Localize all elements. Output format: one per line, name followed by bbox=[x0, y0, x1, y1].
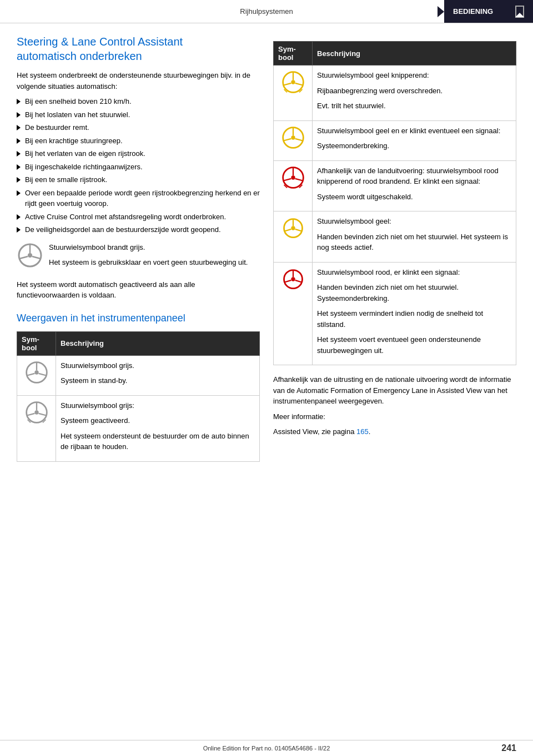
svg-line-3 bbox=[19, 256, 28, 259]
col-header-description: Beschrijving bbox=[56, 331, 260, 355]
bullet-arrow-icon bbox=[17, 177, 21, 183]
svg-point-37 bbox=[291, 226, 295, 230]
steering-gray-standby-icon bbox=[24, 360, 49, 385]
right-symbol-table: Sym-bool Beschrijving bbox=[273, 41, 516, 365]
table-header-row: Sym-bool Beschrijving bbox=[274, 42, 516, 65]
svg-point-25 bbox=[291, 135, 295, 139]
symbol-cell bbox=[274, 65, 313, 121]
symbol-cell bbox=[274, 211, 313, 263]
intro-text: Het systeem onderbreekt de ondersteunend… bbox=[17, 70, 260, 92]
list-item: De veiligheidsgordel aan de bestuurdersz… bbox=[17, 224, 260, 235]
svg-point-42 bbox=[291, 277, 295, 281]
svg-line-13 bbox=[27, 414, 34, 416]
bullet-arrow-icon bbox=[17, 125, 21, 130]
bullet-arrow-icon bbox=[17, 99, 21, 104]
list-item: Bij een snelheid boven 210 km/h. bbox=[17, 96, 260, 107]
description-cell: Stuurwielsymbool grijs. Systeem in stand… bbox=[56, 355, 260, 395]
svg-line-32 bbox=[283, 178, 291, 180]
steering-red-hands-icon bbox=[281, 267, 305, 291]
bullet-arrow-icon bbox=[17, 227, 21, 233]
list-item: Active Cruise Control met afstandsregeli… bbox=[17, 211, 260, 223]
page-title: Steering & Lane Control Assistant automa… bbox=[17, 34, 260, 63]
steering-gray-active-icon bbox=[24, 400, 49, 425]
description-cell: Stuurwielsymbool geel knipperend: Rijbaa… bbox=[313, 65, 516, 121]
svg-line-14 bbox=[38, 414, 46, 416]
svg-point-30 bbox=[291, 175, 295, 179]
svg-point-11 bbox=[34, 410, 38, 414]
page-number: 241 bbox=[501, 743, 516, 753]
table-row: Afhankelijk van de landuitvoering: stuur… bbox=[274, 160, 516, 211]
symbol-cell bbox=[17, 355, 56, 395]
description-cell: Afhankelijk van de landuitvoering: stuur… bbox=[313, 160, 516, 211]
header-arrow bbox=[438, 6, 444, 17]
description-cell: Stuurwielsymbool rood, er klinkt een sig… bbox=[313, 262, 516, 365]
page-footer: Online Edition for Part no. 01405A54686 … bbox=[0, 740, 533, 756]
svg-line-27 bbox=[283, 138, 291, 140]
col-header-symbol: Sym-bool bbox=[274, 42, 313, 65]
table-row: Stuurwielsymbool rood, er klinkt een sig… bbox=[274, 262, 516, 365]
table-header-row: Sym-bool Beschrijving bbox=[17, 331, 260, 355]
outro-paragraph-1: Afhankelijk van de uitrusting en de nati… bbox=[273, 374, 516, 407]
page-header: Rijhulpsystemen BEDIENING bbox=[0, 0, 533, 23]
steering-yellow-signal-icon bbox=[281, 125, 305, 150]
svg-line-33 bbox=[295, 178, 303, 180]
list-item: Bij een te smalle rijstrook. bbox=[17, 174, 260, 185]
outro-paragraph-3: Assisted View, zie pagina 165. bbox=[273, 426, 516, 437]
note-block-gray: Stuurwielsymbool brandt grijs. Het syste… bbox=[17, 242, 260, 273]
svg-point-6 bbox=[34, 370, 38, 374]
svg-point-1 bbox=[28, 253, 32, 258]
steering-yellow-blink-icon bbox=[281, 70, 305, 94]
description-cell: Stuurwielsymbool grijs: Systeem geactive… bbox=[56, 395, 260, 461]
main-content: Steering & Lane Control Assistant automa… bbox=[0, 23, 533, 473]
symbol-cell bbox=[274, 160, 313, 211]
subtitle-weergaven: Weergaven in het instrumentenpaneel bbox=[17, 312, 260, 325]
bullet-arrow-icon bbox=[17, 112, 21, 118]
table-row: Stuurwielsymbool geel en er klinkt event… bbox=[274, 120, 516, 160]
bullet-arrow-icon bbox=[17, 138, 21, 144]
bookmark-icon bbox=[515, 6, 524, 18]
list-item: Bij ingeschakelde richtingaanwijzers. bbox=[17, 162, 260, 173]
right-column: Sym-bool Beschrijving bbox=[273, 34, 516, 462]
col-header-description: Beschrijving bbox=[313, 42, 516, 65]
list-item: Over een bepaalde periode wordt geen rij… bbox=[17, 188, 260, 209]
svg-line-4 bbox=[32, 256, 41, 259]
svg-line-44 bbox=[284, 280, 291, 282]
conditions-list: Bij een snelheid boven 210 km/h. Bij het… bbox=[17, 96, 260, 235]
bullet-arrow-icon bbox=[17, 151, 21, 157]
steering-yellow-hands-icon bbox=[281, 216, 305, 240]
svg-line-45 bbox=[295, 280, 301, 282]
table-row: Stuurwielsymbool geel knipperend: Rijbaa… bbox=[274, 65, 516, 121]
outro-text: Het systeem wordt automatisch geactiveer… bbox=[17, 279, 260, 301]
symbol-cell bbox=[17, 395, 56, 461]
svg-line-40 bbox=[295, 229, 301, 231]
description-cell: Stuurwielsymbool geel: Handen bevinden z… bbox=[313, 211, 516, 263]
svg-line-8 bbox=[27, 374, 34, 376]
table-row: Stuurwielsymbool grijs. Systeem in stand… bbox=[17, 355, 260, 395]
steering-gray-icon bbox=[17, 242, 43, 269]
bullet-arrow-icon bbox=[17, 190, 21, 196]
outro-paragraph-2: Meer informatie: bbox=[273, 411, 516, 422]
header-section-label: Rijhulpsystemen bbox=[89, 7, 444, 16]
list-item: Bij een krachtige stuuringreep. bbox=[17, 135, 260, 147]
svg-point-18 bbox=[291, 80, 295, 84]
note-text-gray: Stuurwielsymbool brandt grijs. Het syste… bbox=[49, 242, 248, 273]
svg-line-20 bbox=[283, 83, 291, 85]
svg-line-39 bbox=[284, 229, 291, 231]
svg-line-21 bbox=[295, 83, 303, 85]
left-column: Steering & Lane Control Assistant automa… bbox=[17, 34, 260, 462]
table-row: Stuurwielsymbool geel: Handen bevinden z… bbox=[274, 211, 516, 263]
svg-line-28 bbox=[295, 138, 303, 140]
footer-label: Online Edition for Part no. 01405A54686 … bbox=[203, 745, 330, 752]
description-cell: Stuurwielsymbool geel en er klinkt event… bbox=[313, 120, 516, 160]
bullet-arrow-icon bbox=[17, 214, 21, 220]
header-chapter-label: BEDIENING bbox=[444, 0, 533, 23]
list-item: De bestuurder remt. bbox=[17, 122, 260, 133]
table-row: Stuurwielsymbool grijs: Systeem geactive… bbox=[17, 395, 260, 461]
left-symbol-table: Sym-bool Beschrijving bbox=[17, 331, 260, 462]
col-header-symbol: Sym-bool bbox=[17, 331, 56, 355]
symbol-cell bbox=[274, 120, 313, 160]
svg-line-9 bbox=[38, 374, 46, 376]
list-item: Bij het loslaten van het stuurwiel. bbox=[17, 109, 260, 120]
steering-red-blink-icon bbox=[281, 165, 305, 190]
page-link[interactable]: 165 bbox=[356, 427, 369, 436]
